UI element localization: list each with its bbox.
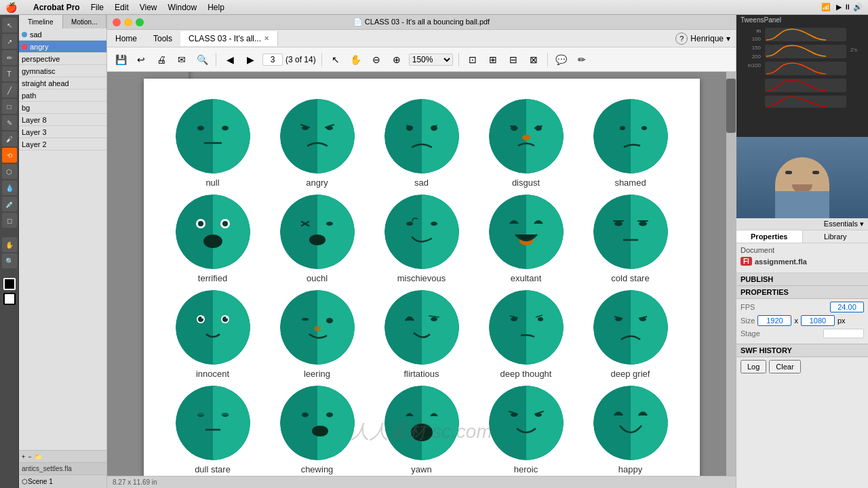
essentials-label[interactable]: Essentials ▾: [824, 220, 864, 228]
layer-label-2: Layer 2: [22, 140, 47, 148]
win-max-btn[interactable]: [136, 18, 144, 26]
tool-fit-width[interactable]: ⊞: [485, 52, 501, 68]
tool-select[interactable]: ↖: [2, 18, 17, 33]
scroll-bar[interactable]: [726, 72, 736, 476]
apple-menu[interactable]: 🍎: [5, 2, 17, 13]
tab-doc[interactable]: CLASS 03 - It's all... ✕: [180, 31, 278, 46]
tool-pencil[interactable]: ✎: [2, 115, 17, 130]
clear-btn[interactable]: Clear: [769, 360, 800, 373]
tool-subselect[interactable]: ↗: [2, 34, 17, 49]
tool-print[interactable]: 🖨: [153, 52, 170, 68]
layer-bg[interactable]: bg: [19, 102, 106, 114]
swf-history-content: Log Clear: [736, 357, 868, 376]
tool-prev-page[interactable]: ◀: [222, 52, 238, 68]
emotion-item-flirtatious: flirtatious: [373, 290, 471, 379]
menu-window[interactable]: Window: [168, 3, 197, 12]
tool-hand[interactable]: ✋: [2, 237, 17, 252]
tab-tools[interactable]: Tools: [145, 31, 180, 46]
user-name[interactable]: Henrique: [690, 34, 724, 43]
tool-eyedrop[interactable]: 💉: [2, 197, 17, 211]
emotion-circle-sad: [384, 99, 459, 174]
fps-value[interactable]: 24.00: [830, 302, 864, 312]
app-name[interactable]: Acrobat Pro: [33, 3, 80, 12]
tool-comment[interactable]: 💬: [553, 52, 570, 68]
layer-label-path: path: [22, 92, 36, 100]
tool-next-page[interactable]: ▶: [242, 52, 258, 68]
tool-back[interactable]: ↩: [133, 52, 149, 68]
add-layer-btn[interactable]: +: [22, 453, 25, 460]
layer-sad[interactable]: sad: [19, 28, 106, 41]
size-height[interactable]: 1080: [801, 315, 835, 326]
svg-point-67: [302, 318, 309, 321]
zoom-select[interactable]: 150% 100% 75% 50%: [409, 54, 453, 66]
publish-header[interactable]: PUBLISH: [736, 273, 868, 286]
tab-home[interactable]: Home: [107, 31, 145, 46]
emotion-item-disgust: disgust: [477, 99, 575, 188]
layer-color-angry: [22, 44, 27, 49]
tool-fill[interactable]: ⬡: [2, 164, 17, 179]
tool-fit-page[interactable]: ⊡: [465, 52, 481, 68]
tool-email[interactable]: ✉: [174, 52, 190, 68]
fill-color[interactable]: [3, 293, 16, 305]
svg-point-33: [222, 221, 228, 226]
layer-3[interactable]: Layer 3: [19, 126, 106, 138]
page-number-input[interactable]: [262, 54, 283, 66]
tool-free-transform[interactable]: ⟲: [2, 148, 17, 163]
tool-draw[interactable]: ✏: [574, 52, 590, 68]
tool-zoom-out[interactable]: ⊖: [368, 52, 384, 68]
menu-file[interactable]: File: [91, 3, 104, 12]
fps-label: FPS: [741, 303, 755, 311]
tool-extras[interactable]: ⊠: [526, 52, 542, 68]
tool-eraser[interactable]: ◻: [2, 213, 17, 228]
layer-perspective[interactable]: perspective: [19, 53, 106, 65]
del-layer-btn[interactable]: −: [28, 453, 31, 460]
menu-edit[interactable]: Edit: [115, 3, 129, 12]
layer-gymnatisc[interactable]: gymnatisc: [19, 65, 106, 77]
layer-straight-ahead[interactable]: straight ahead: [19, 77, 106, 89]
help-icon[interactable]: ?: [675, 33, 688, 45]
tool-text[interactable]: T: [2, 66, 17, 81]
tool-view-mode[interactable]: ⊟: [505, 52, 521, 68]
tool-rect[interactable]: □: [2, 99, 17, 114]
stroke-color[interactable]: [3, 278, 16, 290]
swf-history-header[interactable]: SWF HISTORY: [736, 344, 868, 357]
tool-hand-scroll[interactable]: ✋: [348, 52, 364, 68]
menu-view[interactable]: View: [140, 3, 157, 12]
properties-content: FPS 24.00 Size 1920 x 1080 px Stage: [736, 299, 868, 344]
pdf-area[interactable]: null angry: [107, 72, 736, 476]
emotion-item-leering: leering: [269, 290, 366, 379]
layer-angry[interactable]: angry: [19, 41, 106, 53]
tool-line[interactable]: ╱: [2, 83, 17, 98]
size-width[interactable]: 1920: [757, 315, 791, 326]
tweens-content: in 100 150 200 in100: [736, 25, 868, 113]
properties-header[interactable]: PROPERTIES: [736, 286, 868, 299]
svg-point-21: [522, 135, 530, 140]
layer-8[interactable]: Layer 8: [19, 114, 106, 126]
log-btn[interactable]: Log: [741, 360, 766, 373]
menu-help[interactable]: Help: [208, 3, 224, 12]
scroll-thumb[interactable]: [726, 79, 736, 133]
win-min-btn[interactable]: [124, 18, 132, 26]
tool-zoom-in[interactable]: ⊕: [389, 52, 405, 68]
tool-ink[interactable]: 💧: [2, 180, 17, 195]
tool-pen[interactable]: ✏: [2, 50, 17, 65]
layer-label-angry: angry: [30, 43, 49, 51]
tool-brush[interactable]: 🖌: [2, 131, 17, 146]
tab-close-btn[interactable]: ✕: [264, 35, 269, 42]
macos-menubar: 🍎 Acrobat Pro File Edit View Window Help…: [0, 0, 868, 15]
tool-zoom[interactable]: 🔍: [2, 253, 17, 268]
tool-save[interactable]: 💾: [113, 52, 129, 68]
win-close-btn[interactable]: [113, 18, 121, 26]
emotion-item-sad: sad: [373, 99, 471, 188]
user-chevron[interactable]: ▾: [726, 34, 730, 43]
layer-path[interactable]: path: [19, 89, 106, 102]
properties-tab[interactable]: Properties: [736, 230, 803, 243]
layer-2[interactable]: Layer 2: [19, 138, 106, 150]
folder-layer-btn[interactable]: 📁: [35, 453, 42, 460]
stage-value[interactable]: [823, 329, 864, 338]
motion-tab[interactable]: Motion...: [63, 15, 107, 28]
tool-search-doc[interactable]: 🔍: [194, 52, 210, 68]
library-tab[interactable]: Library: [803, 230, 869, 243]
tool-cursor[interactable]: ↖: [328, 52, 344, 68]
timeline-tab[interactable]: Timeline: [19, 15, 63, 28]
